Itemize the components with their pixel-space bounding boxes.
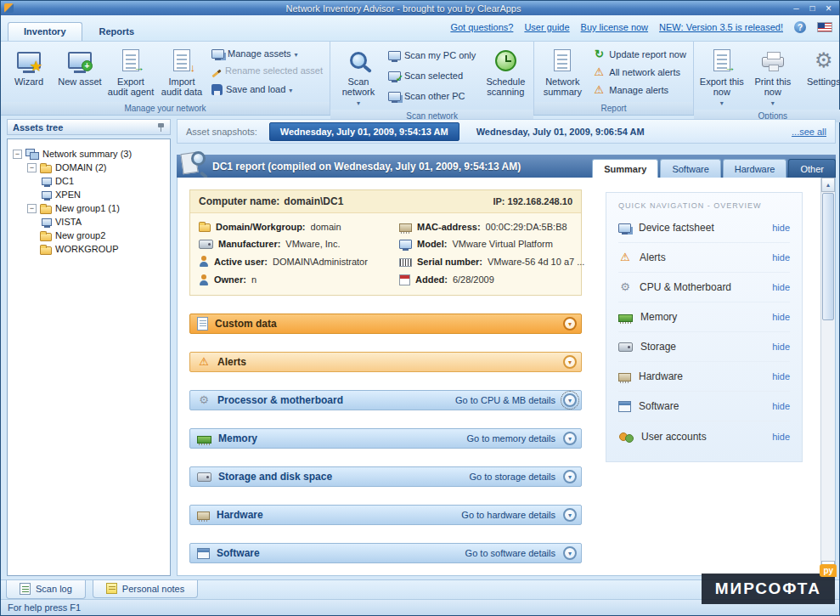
tree-item-new-group2[interactable]: New group2 [11,229,166,242]
close-button[interactable] [821,3,836,14]
expand-chevron-button[interactable] [563,432,577,445]
update-report-button[interactable]: Update report now [592,48,686,61]
scroll-up-button[interactable] [821,178,835,192]
snapshot-selected-button[interactable]: Wednesday, July 01, 2009, 9:54:13 AM [269,122,459,141]
scan-network-icon [350,52,367,69]
export-this-now-button[interactable]: Export this now [697,43,747,108]
maximize-button[interactable] [805,3,820,14]
report-tab-software[interactable]: Software [660,159,720,178]
section-storage[interactable]: Storage and disk space Go to storage det… [189,466,582,487]
scan-network-button[interactable]: Scan network [334,43,383,108]
quick-nav-hardware[interactable]: Hardware hide [618,362,790,392]
tab-inventory[interactable]: Inventory [8,22,82,41]
hide-link[interactable]: hide [772,371,790,381]
tree-item-workgroup[interactable]: WORKGROUP [11,242,166,256]
go-to-storage-details-link[interactable]: Go to storage details [469,472,555,482]
manage-alerts-button[interactable]: Manage alerts [592,83,686,97]
new-asset-button[interactable]: New asset [55,43,104,100]
expand-chevron-button[interactable] [563,470,577,483]
section-processor[interactable]: Processor & motherboard Go to CPU & MB d… [189,390,582,410]
warning-icon [592,65,606,79]
tree-collapse-icon[interactable] [13,150,22,159]
buy-license-link[interactable]: Buy license now [581,22,649,32]
expand-chevron-button[interactable] [563,355,577,369]
print-this-now-button[interactable]: Print this now [748,43,798,108]
scan-selected-button[interactable]: Scan selected [388,71,476,81]
hide-link[interactable]: hide [772,252,790,263]
section-custom-data[interactable]: Custom data [189,314,582,334]
tree-item-network-summary[interactable]: Network summary (3) [11,147,166,161]
snapshot-button[interactable]: Wednesday, July 01, 2009, 9:06:54 AM [471,127,650,137]
import-audit-data-button[interactable]: Import audit data [157,43,206,100]
hide-link[interactable]: hide [772,312,790,322]
quick-nav-alerts[interactable]: Alerts hide [618,243,790,273]
report-tab-other[interactable]: Other [788,159,836,178]
new-version-link[interactable]: NEW: Version 3.5 is released! [659,22,783,32]
wizard-button[interactable]: Wizard [4,43,54,100]
got-questions-link[interactable]: Got questions? [450,22,513,32]
go-to-memory-details-link[interactable]: Go to memory details [466,433,555,444]
dropdown-arrow-icon [719,97,725,107]
quick-nav-device-factsheet[interactable]: Device factsheet hide [618,213,790,243]
scan-log-tab[interactable]: Scan log [6,580,86,599]
tab-reports[interactable]: Reports [84,23,150,41]
quick-nav-software[interactable]: Software hide [618,392,790,421]
tree-item-xpen[interactable]: XPEN [11,188,166,201]
user-guide-link[interactable]: User guide [524,22,569,32]
save-and-load-button[interactable]: Save and load [211,83,323,95]
report-tab-hardware[interactable]: Hardware [723,159,787,178]
go-to-cpu-details-link[interactable]: Go to CPU & MB details [455,395,555,405]
field-owner: Owner:n [199,274,396,285]
quick-nav-cpu[interactable]: CPU & Motherboard hide [618,273,790,302]
tree-item-new-group1[interactable]: New group1 (1) [11,201,166,215]
language-flag-icon[interactable] [817,22,832,32]
section-software[interactable]: Software Go to software details [189,543,582,563]
window-icon [618,401,631,412]
computer-name-value: domain\DC1 [284,195,343,207]
report-title: DC1 report (compiled on Wednesday, July … [212,161,521,172]
hide-link[interactable]: hide [772,282,790,292]
section-hardware[interactable]: Hardware Go to hardware details [189,505,582,525]
minimize-button[interactable] [789,3,803,14]
section-memory[interactable]: Memory Go to memory details [189,428,582,449]
ip-label: IP: [493,196,505,206]
go-to-software-details-link[interactable]: Go to software details [465,548,555,558]
quick-nav-user-accounts[interactable]: User accounts hide [618,421,790,451]
tree-collapse-icon[interactable] [27,204,37,213]
rename-asset-button[interactable]: Rename selected asset [211,65,323,76]
personal-notes-tab[interactable]: Personal notes [93,580,198,598]
go-to-hardware-details-link[interactable]: Go to hardware details [461,510,555,520]
scan-other-pc-button[interactable]: Scan other PC [388,91,476,101]
quick-nav-memory[interactable]: Memory hide [618,302,790,332]
see-all-link[interactable]: ...see all [792,127,826,137]
vertical-scrollbar[interactable] [820,178,835,575]
settings-button[interactable]: Settings [799,43,840,108]
hide-link[interactable]: hide [772,432,790,442]
pin-icon[interactable] [157,122,165,133]
disk-icon [197,472,211,482]
export-audit-agent-button[interactable]: Export audit agent [106,43,155,100]
expand-chevron-button[interactable] [563,317,577,331]
expand-chevron-button[interactable] [563,546,577,560]
tree-item-vista[interactable]: VISTA [11,215,166,229]
network-summary-button[interactable]: Network summary [538,43,587,100]
tree-item-dc1[interactable]: DC1 [11,174,166,188]
manage-assets-button[interactable]: Manage assets [211,48,323,59]
help-icon[interactable] [794,21,806,33]
hide-link[interactable]: hide [772,342,790,352]
tree-collapse-icon[interactable] [27,163,37,172]
section-alerts[interactable]: Alerts [189,352,582,372]
scan-my-pc-button[interactable]: Scan my PC only [388,50,476,60]
hide-link[interactable]: hide [772,223,790,233]
all-network-alerts-button[interactable]: All network alerts [592,65,686,79]
assets-tree: Network summary (3) DOMAIN (2) DC1 XPEN [7,138,171,576]
tree-item-domain[interactable]: DOMAIN (2) [11,161,166,174]
hide-link[interactable]: hide [772,401,790,411]
expand-chevron-button[interactable] [563,508,577,522]
report-tab-summary[interactable]: Summary [592,159,658,178]
schedule-scanning-button[interactable]: Schedule scanning [481,43,530,108]
quick-nav-storage[interactable]: Storage hide [618,332,790,362]
expand-chevron-button[interactable] [563,393,577,407]
scrollbar-thumb[interactable] [822,193,834,320]
assets-tree-panel: Assets tree Network summary (3) DOMAIN (… [7,119,171,576]
